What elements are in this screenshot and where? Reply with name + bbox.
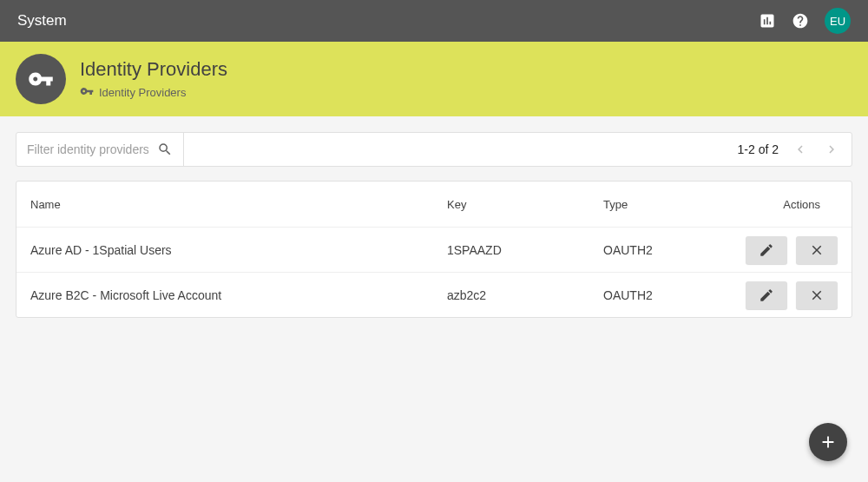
col-header-name: Name [30,198,447,211]
pagination-text: 1-2 of 2 [738,142,779,156]
pencil-icon [759,242,774,258]
chart-icon[interactable] [759,12,776,30]
col-header-actions: Actions [725,198,838,211]
app-title: System [17,12,759,30]
filter-wrap [27,133,184,166]
topbar-actions: EU [759,8,851,34]
col-header-key: Key [447,198,603,211]
cell-key: 1SPAAZD [447,243,603,257]
cell-key: azb2c2 [447,288,603,302]
table-row: Azure B2C - Microsoft Live Account azb2c… [16,272,852,317]
search-icon[interactable] [155,140,174,159]
key-icon [80,84,94,101]
close-icon [809,287,825,303]
table-header: Name Key Type Actions [16,182,852,227]
toolbar: 1-2 of 2 [16,132,852,167]
delete-button[interactable] [796,236,838,264]
cell-actions [725,281,838,309]
close-icon [809,242,825,258]
filter-input[interactable] [27,142,148,156]
help-icon[interactable] [792,12,809,30]
content: 1-2 of 2 Name Key Type Actions Azure AD … [0,116,868,333]
topbar: System EU [0,0,868,42]
page-title: Identity Providers [80,58,227,81]
key-icon [16,54,66,104]
cell-type: OAUTH2 [603,243,725,257]
avatar[interactable]: EU [825,8,851,34]
pagination: 1-2 of 2 [738,140,841,159]
pencil-icon [759,287,774,303]
chevron-left-icon[interactable] [791,140,810,159]
table: Name Key Type Actions Azure AD - 1Spatia… [16,181,852,318]
cell-name: Azure AD - 1Spatial Users [30,243,447,257]
delete-button[interactable] [796,281,838,309]
edit-button[interactable] [746,236,787,264]
table-row: Azure AD - 1Spatial Users 1SPAAZD OAUTH2 [16,227,852,272]
cell-type: OAUTH2 [603,288,725,302]
cell-name: Azure B2C - Microsoft Live Account [30,288,447,302]
breadcrumb-label: Identity Providers [99,86,186,99]
plus-icon [819,432,838,452]
add-button[interactable] [809,423,847,461]
cell-actions [725,236,838,264]
col-header-type: Type [603,198,725,211]
edit-button[interactable] [746,281,787,309]
page-banner: Identity Providers Identity Providers [0,42,868,116]
banner-text: Identity Providers Identity Providers [80,58,227,101]
chevron-right-icon[interactable] [822,140,841,159]
breadcrumb: Identity Providers [80,84,227,101]
